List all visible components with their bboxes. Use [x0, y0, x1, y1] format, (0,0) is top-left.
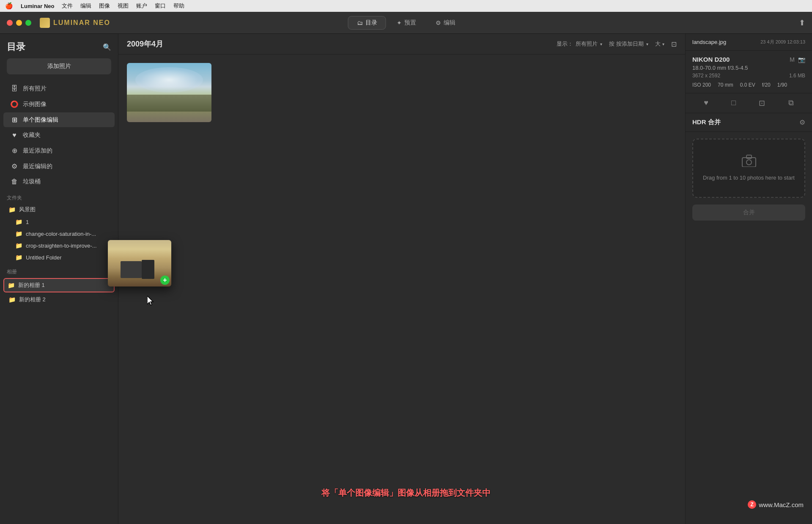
sidebar: 目录 🔍 添加照片 🗄 所有照片 ⭕ 示例图像 ⊞ 单个图像编辑 ♥	[0, 34, 118, 524]
sidebar-item-recently-added[interactable]: ⊕ 最近添加的	[3, 143, 115, 158]
apple-menu[interactable]: 🍎	[5, 2, 13, 10]
exif-focal: 70 mm	[718, 82, 733, 88]
view-toggle-button[interactable]: ⊡	[671, 40, 677, 48]
watermark: Z www.MacZ.com	[748, 500, 804, 509]
sample-images-icon: ⭕	[10, 100, 19, 108]
all-photos-label: 所有照片	[23, 85, 47, 93]
folder-item-change-color[interactable]: 📁 change-color-saturation-in-...	[0, 228, 118, 240]
menu-account[interactable]: 账户	[136, 2, 147, 10]
content-date: 2009年4月	[127, 39, 550, 49]
share-button[interactable]: ⬆	[799, 18, 805, 27]
sidebar-item-recently-edited[interactable]: ⚙ 最近编辑的	[3, 159, 115, 174]
filter-dropdown-arrow: ▾	[600, 42, 602, 46]
album-item-1[interactable]: 📁 新的相册 1	[3, 278, 115, 292]
logo-icon	[40, 18, 50, 28]
reject-button[interactable]: ⊡	[759, 98, 765, 108]
hdr-section: HDR 合并 ⚙ Drag from 1 to 10 photos here t…	[686, 113, 812, 524]
sort-label: 按 按添加日期	[609, 40, 644, 48]
photo-filename: landscape.jpg	[692, 39, 726, 45]
folder-item-untitled[interactable]: 📁 Untitled Folder	[0, 251, 118, 263]
tab-edit[interactable]: ⚙ 编辑	[427, 16, 464, 30]
recently-edited-icon: ⚙	[10, 162, 19, 170]
photo-thumbnail-landscape[interactable]	[127, 63, 211, 122]
album-1-icon: 📁	[8, 282, 15, 289]
right-panel: landscape.jpg 23 4月 2009 12:03:13 NIKON …	[685, 34, 812, 524]
sidebar-item-trash[interactable]: 🗑 垃圾桶	[3, 175, 115, 189]
photo-actions: ♥ □ ⊡ ⧉	[686, 93, 812, 113]
catalog-tab-icon: 🗂	[357, 19, 363, 26]
camera-info: NIKON D200 M 📷 18.0-70.0 mm f/3.5-4.5 36…	[686, 51, 812, 93]
tab-catalog[interactable]: 🗂 目录	[348, 16, 386, 30]
exif-ev: 0.0 EV	[740, 82, 755, 88]
photo-datetime: 23 4月 2009 12:03:13	[760, 39, 805, 45]
favorite-button[interactable]: ♥	[704, 98, 708, 108]
menu-window[interactable]: 窗口	[155, 2, 166, 10]
favorites-label: 收藏夹	[23, 131, 41, 139]
file-size: 1.6 MB	[789, 73, 805, 79]
tab-presets[interactable]: ✦ 预置	[388, 16, 425, 30]
add-photos-button[interactable]: 添加照片	[7, 58, 111, 74]
camera-model-row: NIKON D200 M 📷	[692, 56, 805, 63]
hdr-header: HDR 合并 ⚙	[686, 113, 812, 132]
size-label: 大	[655, 40, 661, 48]
trash-label: 垃圾桶	[23, 178, 41, 186]
all-photos-icon: 🗄	[10, 85, 19, 93]
minimize-button[interactable]	[16, 20, 22, 26]
single-edit-icon: ⊞	[10, 116, 19, 124]
search-icon[interactable]: 🔍	[103, 43, 111, 51]
folder-landscapes-icon: 📁	[8, 206, 16, 213]
compare-button[interactable]: ⧉	[788, 98, 794, 108]
exif-shutter: 1/90	[777, 82, 787, 88]
title-bar-right: ⬆	[799, 18, 805, 27]
menu-edit[interactable]: 编辑	[80, 2, 91, 10]
folder-item-1[interactable]: 📁 1	[0, 216, 118, 228]
folders-section-title: 文件夹	[0, 189, 118, 203]
camera-icons: M 📷	[790, 56, 805, 63]
sidebar-item-favorites[interactable]: ♥ 收藏夹	[3, 128, 115, 142]
maximize-button[interactable]	[25, 20, 31, 26]
album-item-2[interactable]: 📁 新的相册 2	[0, 293, 118, 306]
menu-bar: 🍎 Luminar Neo 文件 编辑 图像 视图 账户 窗口 帮助	[0, 0, 812, 12]
presets-tab-icon: ✦	[397, 19, 402, 26]
svg-rect-0	[742, 158, 756, 167]
albums-section-title: 相册	[0, 263, 118, 277]
toolbar-filter[interactable]: 显示： 所有照片 ▾	[557, 40, 602, 48]
photo-grid	[118, 55, 685, 524]
recently-edited-label: 最近编辑的	[23, 163, 52, 170]
flag-button[interactable]: □	[731, 98, 736, 108]
folder-crop-icon: 📁	[15, 242, 22, 249]
exif-row: ISO 200 70 mm 0.0 EV f/20 1/90	[692, 82, 805, 88]
menu-image[interactable]: 图像	[99, 2, 110, 10]
menu-view[interactable]: 视图	[118, 2, 129, 10]
sort-dropdown-arrow: ▾	[646, 42, 648, 46]
sidebar-item-all-photos[interactable]: 🗄 所有照片	[3, 82, 115, 96]
camera-settings-icon[interactable]: 📷	[798, 56, 805, 63]
menu-file[interactable]: 文件	[62, 2, 73, 10]
menu-app-name[interactable]: Luminar Neo	[21, 3, 54, 9]
folder-item-landscapes[interactable]: 📁 风景图	[0, 203, 118, 216]
recently-added-icon: ⊕	[10, 147, 19, 155]
sidebar-item-single-edit[interactable]: ⊞ 单个图像编辑	[3, 112, 115, 127]
toolbar-size[interactable]: 大 ▾	[655, 40, 664, 48]
folder-item-crop[interactable]: 📁 crop-straighten-to-improve-...	[0, 240, 118, 251]
folder-change-color-icon: 📁	[15, 230, 22, 237]
hdr-title: HDR 合并	[692, 118, 721, 126]
menu-help[interactable]: 帮助	[173, 2, 184, 10]
app-window: LUMINAR NEO 🗂 目录 ✦ 预置 ⚙ 编辑 ⬆ 目录 🔍	[0, 12, 812, 524]
image-dims: 3672 x 2592 1.6 MB	[692, 73, 805, 79]
hdr-settings-button[interactable]: ⚙	[799, 118, 805, 126]
folder-crop-label: crop-straighten-to-improve-...	[26, 243, 97, 249]
hdr-drop-area[interactable]: Drag from 1 to 10 photos here to start	[692, 139, 805, 198]
sidebar-item-sample-images[interactable]: ⭕ 示例图像	[3, 97, 115, 112]
close-button[interactable]	[7, 20, 13, 26]
folder-change-color-label: change-color-saturation-in-...	[26, 231, 96, 237]
watermark-url: www.MacZ.com	[759, 501, 804, 508]
size-dropdown-arrow: ▾	[662, 42, 664, 46]
favorites-icon: ♥	[10, 131, 19, 139]
logo-text: LUMINAR NEO	[53, 19, 110, 27]
main-content: 目录 🔍 添加照片 🗄 所有照片 ⭕ 示例图像 ⊞ 单个图像编辑 ♥	[0, 34, 812, 524]
filter-label: 显示：	[557, 40, 573, 48]
toolbar-sort[interactable]: 按 按添加日期 ▾	[609, 40, 648, 48]
app-logo: LUMINAR NEO	[40, 18, 110, 28]
hdr-merge-button: 合并	[692, 205, 805, 221]
